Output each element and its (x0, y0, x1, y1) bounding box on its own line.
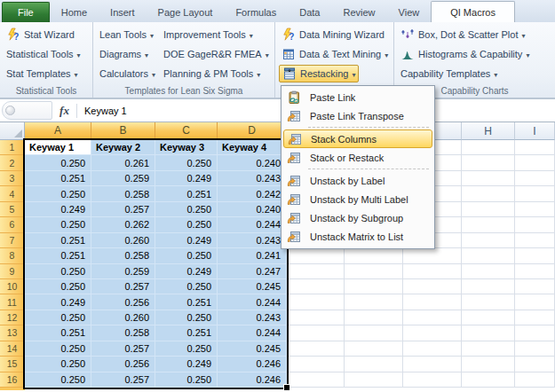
column-header-c[interactable]: C (155, 122, 218, 140)
cell-a3[interactable]: 0.251 (25, 171, 91, 186)
cell-d9[interactable]: 0.247 (218, 264, 287, 279)
cell-f13[interactable] (345, 325, 403, 341)
cell-i5[interactable] (515, 202, 555, 217)
cell-b10[interactable]: 0.257 (91, 279, 155, 294)
cell-a15[interactable]: 0.250 (25, 357, 91, 372)
cell-a8[interactable]: 0.251 (25, 248, 91, 263)
cell-g13[interactable] (403, 325, 462, 341)
cell-f15[interactable] (345, 357, 403, 372)
cell-i10[interactable] (515, 279, 555, 294)
cell-d7[interactable]: 0.243 (218, 233, 287, 248)
improvement-tools-button[interactable]: Improvement Tools▾ (161, 28, 256, 41)
row-header-6[interactable]: 6 (0, 217, 25, 232)
cell-d10[interactable]: 0.245 (218, 279, 287, 294)
tab-review[interactable]: Review (331, 3, 386, 22)
name-box[interactable] (2, 101, 52, 120)
tab-view[interactable]: View (387, 3, 432, 22)
cell-g8[interactable] (403, 248, 462, 263)
doe-gager-r-fmea-button[interactable]: DOE GageR&R FMEA▾ (161, 48, 272, 60)
column-header-h[interactable]: H (462, 122, 515, 140)
menu-item-unstack-by-multi-label[interactable]: Unstack by Multi Label (283, 190, 432, 208)
cell-g16[interactable] (403, 372, 462, 388)
cell-i1[interactable] (515, 140, 555, 155)
cell-c2[interactable]: 0.250 (155, 155, 218, 170)
cell-a10[interactable]: 0.250 (25, 279, 91, 294)
cell-i15[interactable] (515, 357, 555, 372)
row-header-8[interactable]: 8 (0, 248, 25, 263)
tab-insert[interactable]: Insert (99, 3, 147, 22)
cell-f12[interactable] (345, 310, 403, 325)
cell-c11[interactable]: 0.251 (155, 294, 218, 310)
cell-g9[interactable] (403, 264, 462, 279)
cell-f16[interactable] (345, 372, 403, 388)
cell-a12[interactable]: 0.250 (25, 310, 91, 325)
cell-e8[interactable] (287, 248, 345, 263)
cell-e10[interactable] (287, 279, 345, 294)
menu-item-unstack-matrix-to-list[interactable]: Unstack Matrix to List (283, 227, 432, 246)
restacking-button[interactable]: Restacking▾ (279, 65, 359, 82)
data-mining-wizard-button[interactable]: ?Data Mining Wizard (279, 27, 387, 43)
cell-i9[interactable] (515, 264, 555, 279)
cell-a2[interactable]: 0.250 (25, 155, 91, 170)
cell-g12[interactable] (403, 310, 462, 325)
cell-b5[interactable]: 0.257 (91, 202, 155, 217)
row-header-5[interactable]: 5 (0, 202, 25, 217)
cell-b6[interactable]: 0.262 (91, 217, 155, 232)
menu-item-paste-link[interactable]: Paste Link (283, 88, 432, 106)
cell-i2[interactable] (515, 155, 555, 170)
cell-d16[interactable]: 0.246 (218, 372, 287, 388)
planning-pm-tools-button[interactable]: Planning & PM Tools▾ (161, 67, 263, 80)
cell-c14[interactable]: 0.250 (155, 341, 218, 357)
row-header-1[interactable]: 1 (0, 140, 25, 155)
cell-h8[interactable] (462, 248, 515, 263)
cell-h13[interactable] (462, 325, 515, 341)
cell-i6[interactable] (515, 217, 555, 232)
cell-b16[interactable]: 0.257 (91, 372, 155, 388)
cell-i12[interactable] (515, 310, 555, 325)
cell-d5[interactable]: 0.240 (218, 202, 287, 217)
lean-tools-button[interactable]: Lean Tools▾ (97, 28, 161, 41)
row-header-7[interactable]: 7 (0, 233, 25, 248)
capability-templates-button[interactable]: Capability Templates▾ (398, 67, 500, 80)
select-all-button[interactable] (0, 122, 25, 140)
cell-d12[interactable]: 0.243 (218, 310, 287, 325)
cell-d14[interactable]: 0.245 (218, 341, 287, 357)
cell-i4[interactable] (515, 186, 555, 201)
cell-d11[interactable]: 0.244 (218, 294, 287, 310)
cell-d8[interactable]: 0.241 (218, 248, 287, 263)
diagrams-button[interactable]: Diagrams▾ (97, 48, 161, 60)
data-text-mining-button[interactable]: Data & Text Mining▾ (279, 46, 391, 62)
cell-c12[interactable]: 0.250 (155, 310, 218, 325)
cell-h5[interactable] (462, 202, 515, 217)
cell-c10[interactable]: 0.250 (155, 279, 218, 294)
cell-h7[interactable] (462, 233, 515, 248)
cell-h3[interactable] (462, 171, 515, 186)
cell-h15[interactable] (462, 357, 515, 372)
stat-templates-button[interactable]: Stat Templates▾ (4, 67, 81, 80)
cell-i7[interactable] (515, 233, 555, 248)
cell-b4[interactable]: 0.258 (91, 186, 155, 201)
cell-b13[interactable]: 0.258 (91, 325, 155, 341)
cell-a7[interactable]: 0.251 (25, 233, 91, 248)
cell-b14[interactable]: 0.257 (91, 341, 155, 357)
cell-e15[interactable] (287, 357, 345, 372)
cell-f11[interactable] (345, 294, 403, 310)
tab-page-layout[interactable]: Page Layout (147, 3, 225, 22)
row-header-3[interactable]: 3 (0, 171, 25, 186)
cell-a11[interactable]: 0.249 (25, 294, 91, 310)
box-dot-scatter-plot-button[interactable]: Box, Dot & Scatter Plot▾ (398, 27, 528, 43)
row-header-4[interactable]: 4 (0, 186, 25, 201)
fill-handle[interactable] (283, 384, 289, 390)
column-header-a[interactable]: A (25, 122, 91, 140)
cell-e9[interactable] (287, 264, 345, 279)
row-header-11[interactable]: 11 (0, 294, 25, 310)
column-header-i[interactable]: I (515, 122, 555, 140)
row-header-15[interactable]: 15 (0, 357, 25, 372)
cell-g10[interactable] (403, 279, 462, 294)
cell-d3[interactable]: 0.243 (218, 171, 287, 186)
cell-b2[interactable]: 0.261 (91, 155, 155, 170)
cell-a16[interactable]: 0.250 (25, 372, 91, 388)
cell-a13[interactable]: 0.251 (25, 325, 91, 341)
cell-d4[interactable]: 0.242 (218, 186, 287, 201)
cell-b8[interactable]: 0.258 (91, 248, 155, 263)
